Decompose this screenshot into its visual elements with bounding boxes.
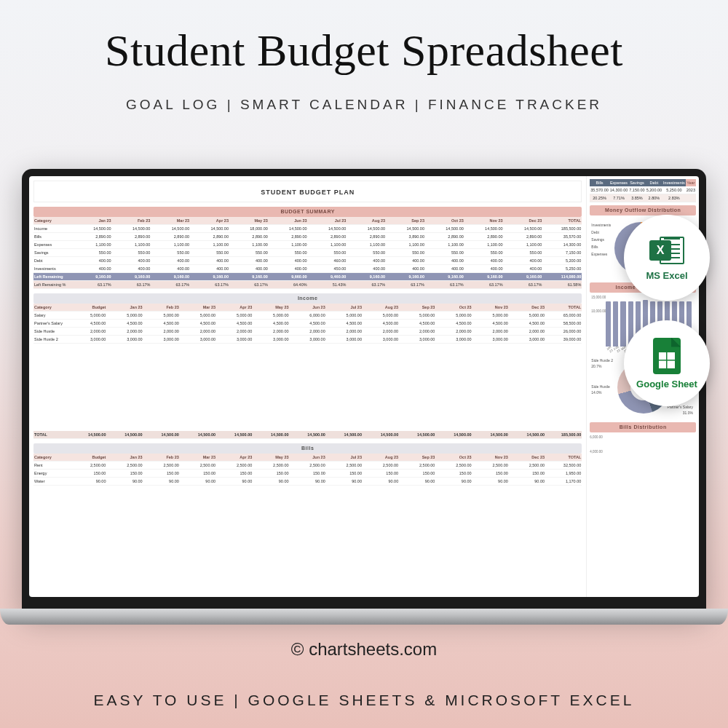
legend-pct: 31.0% (683, 411, 693, 415)
table-income: CategoryBudgetJan 23Feb 23Mar 23Apr 23Ma… (33, 304, 582, 344)
excel-icon: X (649, 235, 684, 266)
hero-subtitle: GOAL LOG | SMART CALENDAR | FINANCE TRAC… (0, 97, 728, 113)
panel-bills-title: Bills Distribution (590, 422, 696, 432)
badge-google-sheet: Google Sheet (624, 320, 710, 406)
footer-tagline: EASY TO USE | GOOGLE SHEETS & MICROSOFT … (0, 692, 728, 709)
table-budget-summary: CategoryJan 23Feb 23Mar 23Apr 23May 23Ju… (33, 217, 582, 289)
section-bills: Bills (33, 443, 582, 454)
bars-ytick: 10,000.00 (591, 309, 606, 313)
section-income: Income (33, 293, 582, 304)
badge-excel: X MS Excel (624, 215, 710, 301)
bills-ytick: 6,000.00 (590, 435, 603, 439)
legend-label: Side Hustle 2 (591, 358, 613, 363)
legend-pct: 20.7% (591, 364, 601, 368)
google-sheets-icon (653, 338, 681, 374)
credit-line: © chartsheets.com (0, 639, 728, 660)
badge-gsheet-label: Google Sheet (636, 379, 697, 389)
legend-label: Side Hustle (591, 384, 610, 389)
bars-ytick: 15,000.00 (591, 296, 606, 299)
hero-title: Student Budget Spreadsheet (0, 0, 728, 76)
table-bills: CategoryBudgetJan 23Feb 23Mar 23Apr 23Ma… (33, 454, 582, 486)
sheet-title: STUDENT BUDGET PLAN (33, 181, 582, 202)
kpi-table: BillsExpensesSavingsDebtInvestmentsYear … (590, 179, 696, 202)
panel-bills-dist: Bills Distribution 6,000.00 4,000.00 (590, 422, 696, 467)
panel-outflow-title: Money Outflow Distribution (590, 205, 696, 215)
legend-pct: 14.0% (591, 390, 601, 395)
badge-excel-label: MS Excel (646, 270, 687, 281)
bills-ytick: 4,000.00 (590, 450, 603, 454)
section-budget-summary: BUDGET SUMMARY (33, 207, 582, 217)
laptop-mockup: STUDENT BUDGET PLAN BUDGET SUMMARY Categ… (22, 169, 706, 613)
spreadsheet-screen: STUDENT BUDGET PLAN BUDGET SUMMARY Categ… (29, 176, 699, 597)
